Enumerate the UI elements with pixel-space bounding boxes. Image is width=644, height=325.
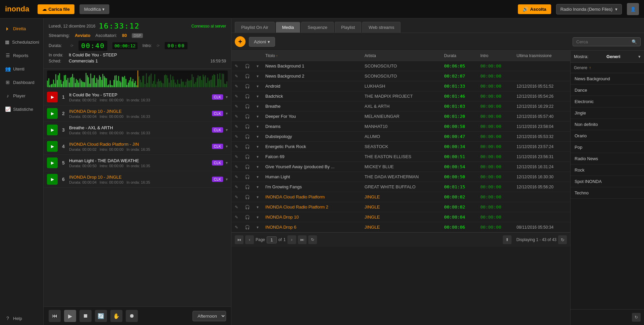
- edit-icon[interactable]: ✎: [235, 94, 238, 99]
- genre-item[interactable]: Electronic: [571, 96, 644, 107]
- row-headphone-icon[interactable]: 🎧: [241, 122, 253, 132]
- row-edit-icon[interactable]: ✎: [231, 152, 241, 162]
- expand-row-icon[interactable]: ▾: [257, 134, 259, 139]
- edit-icon[interactable]: ✎: [235, 124, 238, 129]
- stop-button[interactable]: ⏹: [79, 310, 92, 322]
- table-row[interactable]: ✎ 🎧 ▾ INONDA Drop 6 JINGLE 00:00:06 00:0…: [231, 222, 570, 232]
- clk-badge[interactable]: CLK: [212, 94, 223, 100]
- row-expand[interactable]: ▾: [253, 111, 262, 122]
- tab-media[interactable]: Media: [276, 22, 300, 33]
- expand-row-icon[interactable]: ▾: [257, 185, 259, 189]
- headphone-icon[interactable]: 🎧: [245, 64, 250, 68]
- edit-icon[interactable]: ✎: [235, 134, 238, 139]
- table-reload-button[interactable]: ↻: [558, 235, 567, 244]
- row-edit-icon[interactable]: ✎: [231, 122, 241, 132]
- tab-sequenze[interactable]: Sequenze: [301, 22, 334, 33]
- edit-icon[interactable]: ✎: [235, 195, 238, 199]
- refresh-button[interactable]: ↻: [308, 235, 317, 244]
- list-item[interactable]: ▶ 6 INONDA Drop 10 - JINGLE Durata: 00:0…: [44, 171, 231, 188]
- row-edit-icon[interactable]: ✎: [231, 212, 241, 222]
- playlist-play-button[interactable]: ▶: [47, 157, 58, 168]
- edit-icon[interactable]: ✎: [235, 64, 238, 68]
- table-row[interactable]: ✎ 🎧 ▾ INONDA Drop 10 JINGLE 00:00:04 00:…: [231, 212, 570, 222]
- headphone-icon[interactable]: 🎧: [245, 195, 250, 199]
- list-item[interactable]: ▶ 2 INONDA Drop 10 - JINGLE Durata: 00:0…: [44, 105, 231, 122]
- carica-file-button[interactable]: ☁ Carica file: [38, 4, 74, 14]
- chevron-down-icon[interactable]: ▾: [638, 54, 641, 59]
- row-expand[interactable]: ▾: [253, 81, 262, 91]
- table-row[interactable]: ✎ 🎧 ▾ Android LUKHASH 00:01:33 00:00:00 …: [231, 81, 570, 91]
- row-headphone-icon[interactable]: 🎧: [241, 192, 253, 202]
- row-headphone-icon[interactable]: 🎧: [241, 222, 253, 232]
- playlist-play-button[interactable]: ▶: [47, 174, 58, 185]
- genre-refresh-button[interactable]: ↻: [632, 313, 641, 322]
- page-input[interactable]: [267, 236, 277, 243]
- session-selector[interactable]: Afternoon: [193, 311, 226, 321]
- genre-item[interactable]: Spot INONDA: [571, 176, 644, 187]
- sidebar-item-diretta[interactable]: ⏵ Diretta: [0, 22, 43, 35]
- row-headphone-icon[interactable]: 🎧: [241, 152, 253, 162]
- row-expand[interactable]: ▾: [253, 132, 262, 142]
- expand-icon[interactable]: ▾: [226, 144, 228, 149]
- headphone-icon[interactable]: 🎧: [245, 114, 250, 119]
- modifica-button[interactable]: Modifica ▾: [79, 4, 110, 14]
- sidebar-item-utenti[interactable]: 👥 Utenti: [0, 62, 43, 76]
- playlist-play-button[interactable]: ▶: [47, 108, 58, 119]
- upload-to-server-btn[interactable]: ⬆: [503, 235, 512, 244]
- table-row[interactable]: ✎ 🎧 ▾ Badchick THE MADPIX PROJECT 00:01:…: [231, 91, 570, 101]
- clk-badge[interactable]: CLK: [212, 111, 223, 116]
- row-edit-icon[interactable]: ✎: [231, 202, 241, 212]
- upload-btn[interactable]: ⬆: [503, 235, 512, 244]
- clk-badge[interactable]: CLK: [212, 144, 223, 149]
- row-edit-icon[interactable]: ✎: [231, 91, 241, 101]
- table-row[interactable]: ✎ 🎧 ▾ Human Light THE DADA WEATHERMAN 00…: [231, 172, 570, 182]
- row-expand[interactable]: ▾: [253, 172, 262, 182]
- row-headphone-icon[interactable]: 🎧: [241, 162, 253, 172]
- headphone-icon[interactable]: 🎧: [245, 205, 250, 210]
- prev-page-button[interactable]: ‹: [245, 235, 254, 244]
- genre-item[interactable]: Non definito: [571, 119, 644, 130]
- azioni-button[interactable]: Azioni ▾: [249, 37, 275, 47]
- edit-icon[interactable]: ✎: [235, 154, 238, 159]
- headphone-icon[interactable]: 🎧: [245, 134, 250, 139]
- hand-button[interactable]: ✋: [110, 310, 122, 322]
- row-headphone-icon[interactable]: 🎧: [241, 182, 253, 192]
- expand-row-icon[interactable]: ▾: [257, 195, 259, 199]
- expand-row-icon[interactable]: ▾: [257, 215, 259, 220]
- list-item[interactable]: ▶ 4 INONDA Cloud Radio Platform - JIN Du…: [44, 138, 231, 155]
- edit-icon[interactable]: ✎: [235, 225, 238, 230]
- headphone-icon[interactable]: 🎧: [245, 104, 250, 109]
- genre-item[interactable]: Radio News: [571, 153, 644, 165]
- row-edit-icon[interactable]: ✎: [231, 222, 241, 232]
- row-expand[interactable]: ▾: [253, 142, 262, 152]
- row-expand[interactable]: ▾: [253, 61, 262, 71]
- waveform[interactable]: [47, 71, 228, 87]
- row-expand[interactable]: ▾: [253, 122, 262, 132]
- expand-row-icon[interactable]: ▾: [257, 225, 259, 230]
- radio-selector[interactable]: Radio Inonda (Demo Files) ▾: [556, 4, 622, 14]
- headphone-icon[interactable]: 🎧: [245, 144, 250, 149]
- expand-row-icon[interactable]: ▾: [257, 84, 259, 89]
- expand-icon[interactable]: ▾: [226, 160, 228, 165]
- row-expand[interactable]: ▾: [253, 101, 262, 111]
- expand-icon[interactable]: ▾: [226, 128, 228, 132]
- expand-row-icon[interactable]: ▾: [257, 144, 259, 149]
- clk-badge[interactable]: CLK: [212, 160, 223, 166]
- headphone-icon[interactable]: 🎧: [245, 94, 250, 99]
- row-expand[interactable]: ▾: [253, 222, 262, 232]
- genre-item[interactable]: Orario: [571, 130, 644, 142]
- genre-item[interactable]: Techno: [571, 187, 644, 199]
- expand-row-icon[interactable]: ▾: [257, 114, 259, 119]
- row-expand[interactable]: ▾: [253, 212, 262, 222]
- expand-icon[interactable]: ▾: [226, 177, 228, 182]
- edit-icon[interactable]: ✎: [235, 175, 238, 179]
- row-expand[interactable]: ▾: [253, 162, 262, 172]
- clk-badge[interactable]: CLK: [212, 127, 223, 133]
- row-edit-icon[interactable]: ✎: [231, 162, 241, 172]
- loop-button[interactable]: 🔄: [95, 310, 107, 322]
- edit-icon[interactable]: ✎: [235, 215, 238, 220]
- edit-icon[interactable]: ✎: [235, 84, 238, 89]
- list-item[interactable]: ▶ 5 Human Light - THE DADA WEATHE Durata…: [44, 155, 231, 171]
- headphone-icon[interactable]: 🎧: [245, 215, 250, 220]
- row-edit-icon[interactable]: ✎: [231, 182, 241, 192]
